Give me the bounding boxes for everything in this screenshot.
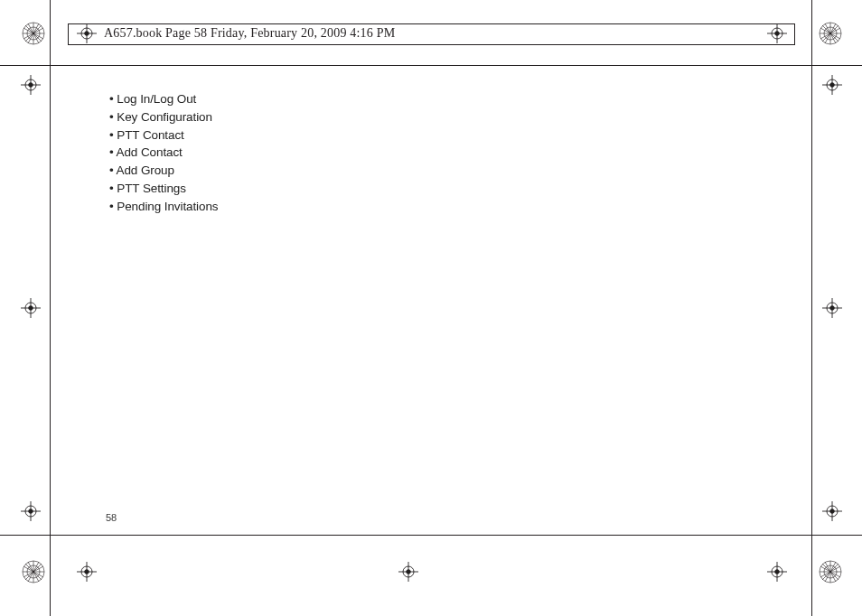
crop-target-icon: [767, 562, 787, 582]
crop-line: [0, 535, 862, 536]
bullet-text: Add Contact: [117, 145, 183, 159]
registration-mark-icon: [21, 559, 46, 584]
list-item: • Pending Invitations: [109, 198, 218, 216]
crop-target-icon: [398, 562, 418, 582]
crop-target-icon: [77, 562, 97, 582]
crop-line: [50, 65, 812, 66]
crop-line: [0, 65, 50, 66]
crop-target-icon: [21, 75, 41, 95]
list-item: • Add Contact: [109, 144, 218, 162]
bullet-text: Add Group: [117, 163, 174, 177]
crop-target-icon: [822, 298, 842, 318]
list-item: • Log In/Log Out: [109, 90, 218, 108]
crop-line: [812, 65, 862, 66]
crop-target-icon: [822, 501, 842, 521]
bullet-text: Log In/Log Out: [117, 92, 196, 106]
crop-target-icon: [822, 75, 842, 95]
header-slug-text: A657.book Page 58 Friday, February 20, 2…: [104, 26, 395, 41]
list-item: • Key Configuration: [109, 108, 218, 126]
bullet-text: PTT Contact: [117, 128, 183, 142]
bullet-text: PTT Settings: [117, 182, 186, 195]
page-number: 58: [106, 512, 117, 523]
list-item: • Add Group: [109, 162, 218, 180]
registration-mark-icon: [818, 21, 843, 46]
crop-line: [50, 0, 51, 616]
registration-mark-icon: [818, 559, 843, 584]
crop-target-icon: [21, 501, 41, 521]
crop-line: [811, 0, 812, 616]
list-item: • PTT Settings: [109, 180, 218, 198]
bullet-text: Key Configuration: [117, 110, 212, 124]
bullet-list: • Log In/Log Out • Key Configuration • P…: [109, 90, 218, 216]
registration-mark-icon: [21, 21, 46, 46]
crop-target-icon: [21, 298, 41, 318]
bullet-text: Pending Invitations: [117, 200, 218, 213]
list-item: • PTT Contact: [109, 126, 218, 145]
